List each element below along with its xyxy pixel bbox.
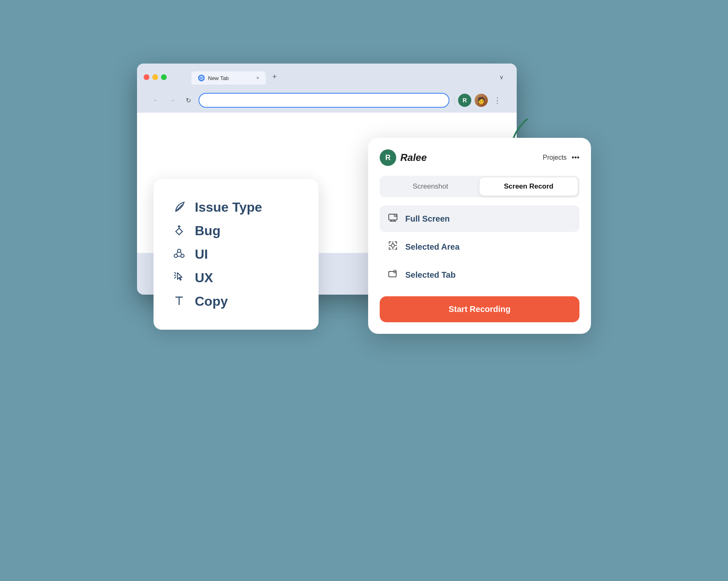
more-options-button[interactable]: ••• (572, 154, 579, 162)
tab-bar: New Tab × + (191, 69, 282, 85)
selected-tab-label: Selected Tab (405, 270, 456, 280)
close-button[interactable] (144, 74, 149, 80)
tab-label: New Tab (208, 75, 229, 81)
mode-tabs: Screenshot Screen Record (380, 176, 579, 197)
nav-icons: R 🧑 ⋮ (454, 94, 503, 107)
issue-type-title: Issue Type (195, 200, 262, 215)
svg-point-2 (177, 249, 181, 253)
issue-ux[interactable]: UX (172, 266, 300, 290)
start-recording-button[interactable]: Start Recording (380, 296, 579, 322)
address-bar[interactable] (199, 93, 449, 108)
browser-titlebar: New Tab × + ∨ ← → ↻ R 🧑 (137, 64, 517, 113)
user-avatar-green[interactable]: R (458, 94, 471, 107)
maximize-button[interactable] (161, 74, 167, 80)
reload-button[interactable]: ↻ (183, 95, 194, 106)
svg-point-26 (395, 271, 396, 272)
bug-icon (172, 223, 187, 239)
user-avatar-photo[interactable]: 🧑 (475, 94, 488, 107)
issue-ui[interactable]: UI (172, 243, 300, 266)
svg-point-3 (174, 254, 177, 257)
full-screen-icon (387, 212, 399, 225)
browser-more-icon[interactable]: ⋮ (491, 94, 503, 106)
svg-line-6 (181, 252, 182, 254)
back-button[interactable]: ← (150, 95, 162, 106)
tab-favicon (198, 75, 205, 81)
options-list: Full Screen (380, 205, 579, 288)
traffic-lights (144, 74, 167, 80)
ralee-brand: R Ralee (380, 149, 427, 166)
svg-line-5 (177, 252, 177, 254)
divider (454, 95, 455, 105)
issue-copy[interactable]: Copy (172, 290, 300, 313)
tab-close-icon[interactable]: × (256, 75, 259, 81)
tab-more-button[interactable]: ∨ (493, 71, 510, 84)
browser-navbar: ← → ↻ R 🧑 ⋮ (144, 89, 510, 113)
ui-icon (172, 247, 187, 262)
svg-rect-13 (389, 214, 397, 220)
svg-line-8 (175, 272, 176, 274)
ralee-name: Ralee (400, 152, 427, 163)
copy-label: Copy (195, 294, 228, 309)
screen-record-tab[interactable]: Screen Record (480, 177, 578, 196)
svg-point-4 (181, 254, 184, 257)
svg-point-18 (395, 215, 396, 216)
bug-label: Bug (195, 223, 220, 239)
selected-tab-option[interactable]: Selected Tab (380, 262, 579, 288)
new-tab-button[interactable]: + (267, 69, 282, 85)
full-screen-option[interactable]: Full Screen (380, 205, 579, 232)
browser-tab-new[interactable]: New Tab × (191, 71, 266, 85)
selected-area-label: Selected Area (405, 242, 460, 252)
selected-area-option[interactable]: Selected Area (380, 234, 579, 260)
ralee-logo: R (380, 149, 396, 166)
ralee-header-right: Projects ••• (543, 154, 579, 162)
forward-button[interactable]: → (167, 95, 178, 106)
selected-area-icon (387, 240, 399, 253)
ui-label: UI (195, 247, 208, 262)
selected-tab-icon (387, 268, 399, 281)
ralee-popup: R Ralee Projects ••• Screenshot Screen R… (368, 138, 591, 334)
svg-point-19 (391, 244, 395, 247)
ux-label: UX (195, 270, 213, 286)
issue-panel: Issue Type Bug (154, 179, 319, 330)
svg-line-10 (175, 277, 176, 278)
issue-type-icon (172, 200, 187, 215)
full-screen-label: Full Screen (405, 214, 450, 224)
projects-button[interactable]: Projects (543, 154, 567, 161)
copy-icon (172, 294, 187, 309)
ux-icon (172, 270, 187, 286)
issue-type-header: Issue Type (172, 196, 300, 219)
ralee-header: R Ralee Projects ••• (380, 149, 579, 166)
issue-bug[interactable]: Bug (172, 219, 300, 243)
svg-rect-24 (389, 272, 396, 277)
minimize-button[interactable] (152, 74, 158, 80)
screenshot-tab[interactable]: Screenshot (381, 177, 480, 196)
